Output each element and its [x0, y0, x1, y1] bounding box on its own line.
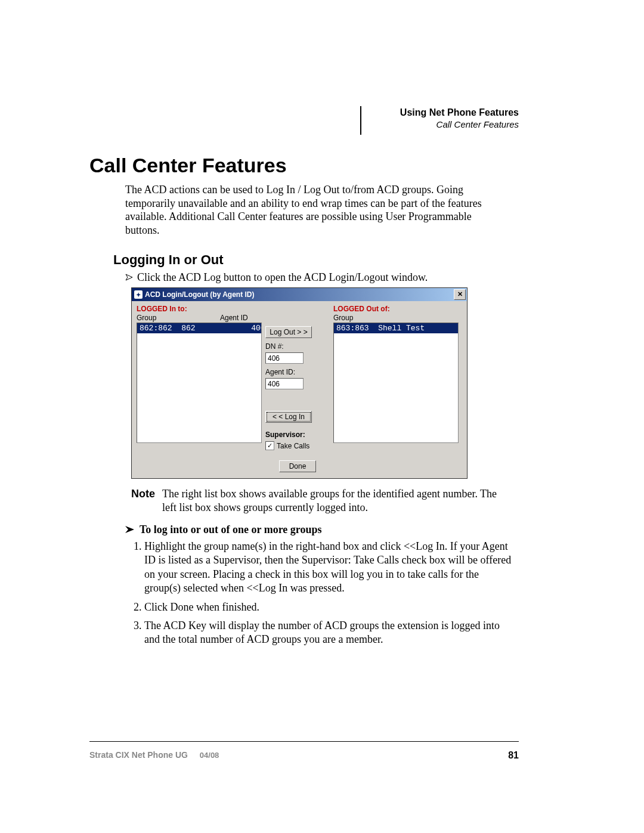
note-block: Note The right list box shows available … — [131, 487, 507, 514]
procedure-heading-row: To log into or out of one or more groups — [125, 524, 519, 536]
svg-marker-0 — [126, 274, 132, 280]
footer-divider — [89, 741, 519, 742]
agentid-header: Agent ID — [220, 314, 262, 322]
intro-paragraph: The ACD actions can be used to Log In / … — [125, 183, 507, 237]
agentid-label: Agent ID: — [265, 368, 330, 376]
close-button[interactable]: ✕ — [454, 289, 466, 300]
step-item: The ACD Key will display the number of A… — [144, 619, 514, 647]
instruction-bullet: Click the ACD Log button to open the ACD… — [125, 271, 519, 284]
dialog-titlebar: ✦ ACD Login/Logout (by Agent ID) ✕ — [132, 288, 467, 301]
done-button[interactable]: Done — [279, 460, 316, 472]
take-calls-label: Take Calls — [277, 442, 309, 450]
instruction-text: Click the ACD Log button to open the ACD… — [137, 271, 428, 284]
group-header-left: Group — [137, 314, 220, 322]
page-footer: Strata CIX Net Phone UG 04/08 81 — [89, 750, 519, 761]
supervisor-label: Supervisor: — [265, 431, 330, 439]
running-header: Using Net Phone Features Call Center Fea… — [400, 107, 519, 129]
note-label: Note — [131, 487, 155, 514]
list-item[interactable]: 863:863 Shell Test — [334, 323, 458, 333]
footer-date: 04/08 — [200, 751, 219, 760]
logged-in-listbox[interactable]: 862:862 862 406 Y — [137, 323, 262, 443]
dialog-title: ACD Login/Logout (by Agent ID) — [145, 290, 454, 299]
page-number: 81 — [508, 750, 519, 761]
header-chapter: Using Net Phone Features — [400, 107, 519, 118]
procedure-heading: To log into or out of one or more groups — [140, 524, 322, 536]
login-button[interactable]: < < Log In — [265, 411, 312, 423]
logged-in-label: LOGGED In to: — [137, 305, 262, 313]
header-divider — [360, 106, 361, 135]
step-item: Click Done when finished. — [144, 600, 514, 614]
arrow-solid-icon — [125, 525, 135, 534]
footer-doc-title: Strata CIX Net Phone UG — [89, 750, 188, 760]
header-section: Call Center Features — [400, 119, 519, 129]
left-column-headers: Group Agent ID — [137, 314, 262, 322]
step-item: Highlight the group name(s) in the right… — [144, 540, 514, 596]
app-icon: ✦ — [134, 290, 143, 299]
step-list: Highlight the group name(s) in the right… — [131, 540, 514, 647]
right-column-headers: Group — [333, 314, 459, 322]
take-calls-checkbox[interactable]: ✓ — [265, 441, 274, 450]
dn-input[interactable] — [265, 352, 304, 364]
logged-out-label: LOGGED Out of: — [333, 305, 459, 313]
logged-out-listbox[interactable]: 863:863 Shell Test — [333, 323, 459, 443]
group-header-right: Group — [333, 314, 417, 322]
arrow-outline-icon — [125, 273, 134, 281]
svg-marker-1 — [125, 526, 134, 533]
note-text: The right list box shows available group… — [162, 487, 507, 514]
list-item[interactable]: 862:862 862 406 Y — [137, 323, 261, 333]
logout-button[interactable]: Log Out > > — [265, 326, 312, 338]
agentid-input[interactable] — [265, 378, 304, 389]
acd-login-dialog: ✦ ACD Login/Logout (by Agent ID) ✕ LOGGE… — [131, 287, 467, 479]
dn-label: DN #: — [265, 342, 330, 351]
section-heading: Logging In or Out — [113, 252, 519, 268]
